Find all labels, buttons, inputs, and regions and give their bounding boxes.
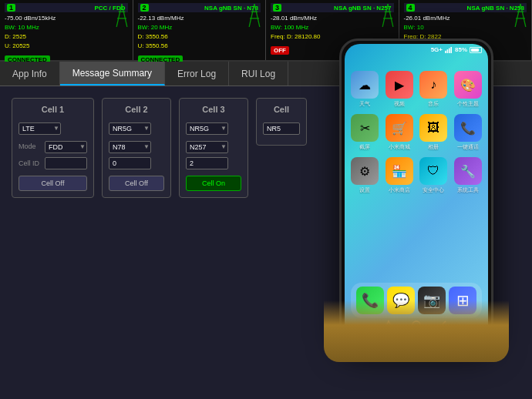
svg-line-14	[515, 4, 520, 27]
cell-2-id-input[interactable]	[109, 157, 151, 169]
cell-1-id-label: Cell ID	[19, 159, 42, 167]
cell-panel-2: Cell 2 NR5G LTE ▼ N78 N257 N258	[102, 98, 171, 198]
app-mi-store[interactable]: 🛒 小米商城	[386, 114, 414, 151]
signal-bars-icon	[445, 47, 453, 53]
cell-2-id-row	[109, 157, 164, 169]
panel-2-bw: BW: 20 MHz	[138, 23, 261, 32]
cell-4-mode-wrapper: NR5	[263, 120, 300, 135]
app-settings[interactable]: ⚙ 设置	[351, 157, 379, 194]
security-label: 安全中心	[423, 186, 444, 194]
svg-line-10	[382, 4, 388, 27]
security-icon: 🛡	[419, 157, 447, 185]
svg-line-15	[520, 4, 526, 27]
panel-3-data: -28.01 dBm/MHz BW: 100 MHz Freq: D: 2812…	[271, 14, 394, 42]
cell-1-id-row: Cell ID	[19, 157, 87, 169]
panel-3-header: 3 NSA gNB SN · N257	[271, 3, 394, 12]
cell-3-id-row	[186, 157, 241, 169]
cell-1-duplex-wrapper: FDD TDD ▼	[45, 139, 87, 153]
cell-3-id-input[interactable]	[186, 157, 228, 169]
panel-1-header: 1 PCC / FDD	[5, 3, 128, 12]
gallery-label: 相册	[428, 143, 439, 151]
app-gallery[interactable]: 🖼 相册	[419, 114, 448, 151]
cell-1-mode-wrapper: LTE NR5G ▼	[19, 120, 61, 135]
video-label: 视频	[394, 100, 405, 108]
app-quick-call[interactable]: 📞 一键通话	[454, 114, 483, 151]
mi-store-label: 小米商城	[389, 143, 410, 151]
cell-1-duplex-select[interactable]: FDD TDD	[45, 141, 87, 153]
panel-2-power: -22.13 dBm/MHz	[138, 14, 261, 23]
svg-line-11	[388, 4, 393, 27]
cell-1-title: Cell 1	[19, 105, 87, 114]
settings-icon: ⚙	[351, 157, 379, 185]
gallery-icon: 🖼	[419, 114, 447, 142]
cell-3-title: Cell 3	[186, 105, 241, 114]
svg-rect-20	[449, 48, 450, 52]
tab-error-log[interactable]: Error Log	[165, 62, 229, 86]
tab-app-info[interactable]: App Info	[0, 62, 60, 86]
tab-message-summary[interactable]: Message Summary	[60, 62, 165, 86]
cell-panel-3: Cell 3 NR5G LTE ▼ N257 N78 N258	[179, 98, 248, 198]
cell-2-button[interactable]: Cell Off	[109, 176, 164, 191]
cell-panel-1: Cell 1 LTE NR5G ▼ Mode FDD TDD ▼	[12, 98, 94, 198]
music-label: 音乐	[428, 100, 439, 108]
app-tools[interactable]: 🔧 系统工具	[454, 157, 483, 194]
panel-1-bw: BW: 10 MHz	[5, 23, 128, 32]
tower-icon-2	[247, 4, 261, 27]
panel-1-data: -75.00 dBm/15kHz BW: 10 MHz D: 2525 U: 2…	[5, 14, 128, 51]
app-security[interactable]: 🛡 安全中心	[419, 157, 448, 194]
panel-2-ul: U: 3550.56	[138, 42, 261, 51]
mi-store-icon: 🛒	[386, 114, 413, 142]
cell-4-mode-row: NR5	[263, 120, 300, 135]
app-music[interactable]: ♪ 音乐	[419, 71, 448, 108]
svg-rect-19	[447, 49, 449, 53]
cell-1-button[interactable]: Cell Off	[19, 176, 87, 191]
app-theme[interactable]: 🎨 个性主题	[454, 71, 483, 108]
tower-icon-3	[381, 4, 395, 27]
panel-1-dl: D: 2525	[5, 32, 128, 42]
app-video[interactable]: ▶ 视频	[386, 71, 414, 108]
cell-1-id-input[interactable]	[45, 157, 87, 169]
weather-icon: ☁	[351, 71, 379, 99]
cell-2-title: Cell 2	[109, 105, 164, 114]
app-app-store[interactable]: 🏪 小米商店	[386, 157, 414, 194]
panel-3-power: -28.01 dBm/MHz	[271, 14, 394, 23]
weather-label: 天气	[359, 100, 370, 108]
battery-icon	[470, 47, 482, 53]
tools-icon: 🔧	[454, 157, 482, 185]
panel-2-header: 2 NSA gNB SN · N78	[138, 3, 261, 12]
panel-3-number: 3	[273, 4, 281, 12]
cell-1-mode-label: Mode	[19, 142, 42, 150]
app-screenshot[interactable]: ✂ 截屏	[351, 114, 379, 151]
tower-icon-1	[115, 4, 129, 27]
monitor-panel-1: 1 PCC / FDD -75.00 dBm/15kHz BW: 10 MHz …	[0, 0, 133, 60]
cell-4-mode-select[interactable]: NR5	[263, 122, 300, 135]
app-weather[interactable]: ☁ 天气	[351, 71, 379, 108]
cell-3-band-select[interactable]: N257 N78 N258	[186, 141, 228, 153]
theme-label: 个性主题	[457, 100, 479, 108]
panel-3-status: OFF	[271, 46, 289, 55]
cell-3-mode-row: NR5G LTE ▼	[186, 120, 241, 135]
panel-4-bw: BW: 10	[404, 23, 527, 32]
cell-2-mode-select[interactable]: NR5G LTE	[109, 122, 151, 135]
tower-icon-4	[513, 4, 527, 27]
cell-panel-4-partial: Cell NR5	[256, 98, 307, 146]
cell-3-button[interactable]: Cell On	[186, 176, 241, 191]
tab-rui-log[interactable]: RUI Log	[229, 62, 288, 86]
battery-text: 85%	[455, 46, 467, 53]
svg-line-7	[254, 4, 260, 27]
cell-1-mode-select[interactable]: LTE NR5G	[19, 122, 61, 135]
panel-1-number: 1	[7, 4, 15, 12]
cell-2-band-select[interactable]: N78 N257 N258	[109, 141, 151, 153]
cell-2-mode-row: NR5G LTE ▼	[109, 120, 164, 135]
panel-2-number: 2	[140, 4, 149, 12]
screenshot-label: 截屏	[359, 143, 370, 151]
quick-call-label: 一键通话	[457, 143, 479, 151]
svg-line-1	[122, 4, 127, 27]
cell-3-mode-select[interactable]: NR5G LTE	[186, 122, 228, 135]
settings-label: 设置	[359, 186, 370, 194]
phone-screen: 5G+ 85% ☁ 天气	[345, 44, 488, 341]
cell-3-band-row: N257 N78 N258 ▼	[186, 139, 241, 153]
cell-2-band-wrapper: N78 N257 N258 ▼	[109, 139, 151, 153]
svg-rect-21	[450, 47, 452, 53]
cell-4-title: Cell	[263, 105, 300, 114]
